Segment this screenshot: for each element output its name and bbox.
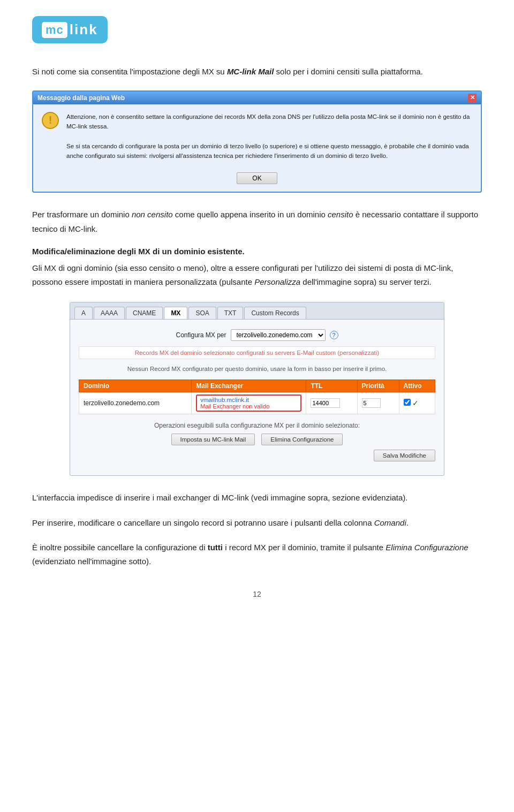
intro-brand: MC-link Mail: [227, 67, 274, 76]
cell-attivo: ✓: [399, 392, 435, 414]
help-icon[interactable]: ?: [330, 331, 338, 339]
dialog-title: Messaggio dalla pagina Web: [37, 94, 125, 102]
col-attivo: Attivo: [399, 380, 435, 392]
dialog-ok-button[interactable]: OK: [237, 172, 277, 184]
dns-notice: Nessun Record MX configurato per questo …: [79, 363, 435, 374]
section1-paragraph: Per trasformare un dominio non censito c…: [32, 208, 482, 236]
dialog-titlebar: Messaggio dalla pagina Web ✕: [33, 92, 481, 104]
priorita-input[interactable]: [362, 398, 381, 408]
dns-ops-label: Operazioni eseguibili sulla configurazio…: [154, 422, 360, 429]
bottom2-text: Per inserire, modificare o cancellare un…: [32, 518, 374, 527]
intro-text-after: solo per i domini censiti sulla piattafo…: [274, 67, 422, 76]
section2-personalizza: Personalizza: [254, 277, 300, 286]
dns-info-banner: Records MX del dominio selezionato confi…: [79, 346, 435, 359]
dialog-close-button[interactable]: ✕: [468, 94, 477, 102]
cell-ttl: [306, 392, 357, 414]
dialog-warning-icon: !: [42, 112, 59, 129]
ttl-input[interactable]: [311, 398, 340, 408]
logo-mc: mc: [42, 22, 67, 38]
mx-host: vmailhub.mclink.it: [200, 397, 297, 403]
dns-domain-select[interactable]: terzolivello.zonedemo.com: [231, 329, 326, 341]
imposta-mclink-button[interactable]: Imposta su MC-link Mail: [171, 434, 255, 445]
section2-text2: dell'immagine sopra) su server terzi.: [300, 277, 432, 286]
dns-configura-row: Configura MX per terzolivello.zonedemo.c…: [79, 329, 435, 341]
bottom-paragraph-1: L'interfaccia impedisce di inserire i ma…: [32, 491, 482, 505]
tab-mx[interactable]: MX: [164, 307, 187, 319]
dialog-footer: OK: [33, 168, 481, 192]
logo-link: link: [70, 21, 98, 38]
dns-ops-buttons: Imposta su MC-link Mail Elimina Configur…: [79, 434, 435, 445]
dns-table: Dominio Mail Exchanger TTL Priorità Atti…: [79, 380, 435, 414]
bottom2-text2: .: [406, 518, 409, 527]
col-dominio: Dominio: [79, 380, 192, 392]
cell-dominio: terzolivello.zonedemo.com: [79, 392, 192, 414]
intro-text-before: Si noti come sia consentita l'impostazio…: [32, 67, 227, 76]
tab-custom-records[interactable]: Custom Records: [244, 307, 306, 319]
dns-panel: A AAAA CNAME MX SOA TXT Custom Records C…: [70, 302, 444, 476]
bottom3-text3: (evidenziato nell'immagine sotto).: [32, 557, 151, 566]
bottom2-comandi: Comandi: [374, 518, 406, 527]
bottom3-text: È inoltre possibile cancellare la config…: [32, 543, 208, 552]
tab-aaaa[interactable]: AAAA: [94, 307, 125, 319]
bottom3-elimina-conf: Elimina Configurazione: [386, 543, 468, 552]
page-number: 12: [32, 590, 482, 598]
bottom1-text: L'interfaccia impedisce di inserire i ma…: [32, 493, 408, 502]
tab-cname[interactable]: CNAME: [126, 307, 163, 319]
mx-invalid-box: vmailhub.mclink.it Mail Exchanger non va…: [196, 394, 301, 412]
mx-label: Mail Exchanger non valido: [200, 403, 297, 409]
table-row: terzolivello.zonedemo.com vmailhub.mclin…: [79, 392, 435, 414]
logo-container: mc link: [32, 16, 108, 43]
dns-panel-body: Configura MX per terzolivello.zonedemo.c…: [70, 320, 444, 467]
col-priorita: Priorità: [357, 380, 399, 392]
dialog-line2: Se si sta cercando di configurare la pos…: [66, 141, 472, 161]
bottom3-text2: i record MX per il dominio, tramite il p…: [223, 543, 386, 552]
section2-paragraph: Gli MX di ogni dominio (sia esso censito…: [32, 261, 482, 290]
dialog-text: Attenzione, non è consentito settare la …: [66, 112, 472, 161]
logo-area: mc link: [32, 16, 482, 43]
dialog-body: ! Attenzione, non è consentito settare l…: [33, 104, 481, 169]
section2-heading: Modifica/eliminazione degli MX di un dom…: [32, 247, 482, 256]
dns-configura-label: Configura MX per: [176, 331, 226, 339]
section1-censito: censito: [328, 210, 353, 219]
salva-modifiche-button[interactable]: Salva Modifiche: [374, 450, 435, 461]
dns-save-row: Salva Modifiche: [79, 445, 435, 461]
tab-txt[interactable]: TXT: [217, 307, 244, 319]
web-message-dialog: Messaggio dalla pagina Web ✕ ! Attenzion…: [32, 90, 482, 193]
tab-soa[interactable]: SOA: [188, 307, 216, 319]
cell-mx: vmailhub.mclink.it Mail Exchanger non va…: [192, 392, 306, 414]
dialog-line1: Attenzione, non è consentito settare la …: [66, 112, 472, 132]
col-ttl: TTL: [306, 380, 357, 392]
tab-a[interactable]: A: [74, 307, 93, 319]
bottom-paragraph-3: È inoltre possibile cancellare la config…: [32, 541, 482, 569]
dns-ops-label-row: Operazioni eseguibili sulla configurazio…: [79, 422, 435, 429]
section1-text-mid: come quello appena inserito in un domini…: [173, 210, 328, 219]
section1-non-censito: non censito: [132, 210, 173, 219]
attivo-checkbox[interactable]: [404, 399, 411, 406]
section1-text-before: Per trasformare un dominio: [32, 210, 132, 219]
bottom3-tutti: tutti: [208, 543, 223, 552]
elimina-configurazione-button[interactable]: Elimina Configurazione: [261, 434, 343, 445]
intro-paragraph: Si noti come sia consentita l'impostazio…: [32, 65, 482, 79]
dns-tabs: A AAAA CNAME MX SOA TXT Custom Records: [70, 302, 444, 320]
col-mail-exchanger: Mail Exchanger: [192, 380, 306, 392]
cmd-check: ✓: [412, 399, 419, 407]
cell-priorita: [357, 392, 399, 414]
bottom-paragraph-2: Per inserire, modificare o cancellare un…: [32, 516, 482, 530]
